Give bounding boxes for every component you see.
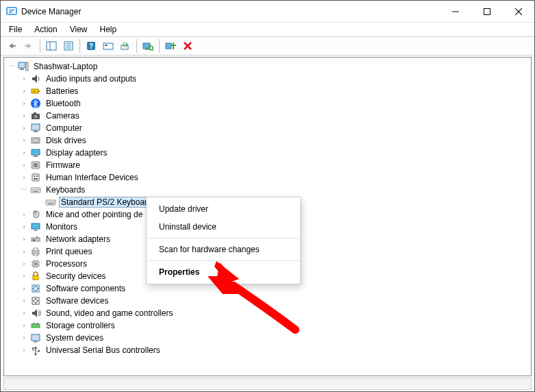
expander-right-icon[interactable]: ›: [19, 86, 29, 96]
context-uninstall-device[interactable]: Uninstall device: [147, 218, 300, 236]
svg-rect-76: [34, 248, 38, 251]
expander-right-icon[interactable]: ›: [19, 333, 29, 343]
tree-category[interactable]: ›Software devices: [4, 295, 531, 307]
tree-device-label: Standard PS/2 Keyboard: [59, 197, 154, 208]
tree-category[interactable]: ›Computer: [4, 122, 531, 134]
svg-rect-61: [38, 189, 40, 191]
tree-category[interactable]: ›Sound, video and game controllers: [4, 307, 531, 319]
svg-rect-29: [18, 62, 25, 68]
svg-rect-67: [53, 201, 55, 203]
tree-category-label: Computer: [44, 123, 84, 134]
tree-category[interactable]: ﹀Keyboards: [4, 184, 531, 196]
tree-category[interactable]: ›System devices: [4, 332, 531, 344]
category-icon: [30, 147, 41, 158]
expander-right-icon[interactable]: ›: [19, 271, 29, 281]
svg-rect-2: [9, 12, 12, 13]
svg-rect-44: [34, 156, 38, 157]
expander-right-icon[interactable]: ›: [19, 99, 29, 108]
category-icon: [30, 135, 41, 146]
tree-category[interactable]: ›Firmware: [4, 159, 531, 171]
svg-rect-74: [36, 236, 38, 238]
tree-category[interactable]: ›Display adapters: [4, 147, 531, 159]
expander-right-icon[interactable]: ›: [19, 136, 29, 145]
svg-rect-4: [484, 8, 490, 14]
scan-hardware-button[interactable]: [140, 38, 156, 53]
tree-category[interactable]: ›Cameras: [4, 110, 531, 122]
maximize-button[interactable]: [471, 1, 503, 22]
tree-category[interactable]: ›Universal Serial Bus controllers: [4, 344, 531, 356]
expander-right-icon[interactable]: ›: [19, 74, 29, 84]
svg-point-42: [35, 140, 36, 141]
svg-rect-37: [34, 112, 36, 114]
svg-rect-30: [26, 62, 28, 71]
tree-category[interactable]: ›Disk drives: [4, 134, 531, 147]
tree-category[interactable]: ›Storage controllers: [4, 319, 531, 332]
category-icon: [30, 283, 41, 294]
expander-right-icon[interactable]: ›: [19, 321, 29, 330]
delete-button[interactable]: [179, 38, 196, 53]
back-button[interactable]: [3, 38, 20, 53]
menu-action[interactable]: Action: [29, 23, 62, 36]
tree-category-label: Print queues: [44, 246, 94, 257]
update-driver-button[interactable]: [117, 38, 134, 53]
action-button[interactable]: [100, 38, 116, 53]
svg-rect-33: [38, 90, 40, 92]
svg-rect-72: [32, 238, 40, 241]
context-update-driver[interactable]: Update driver: [147, 200, 300, 218]
toolbar: ?: [1, 36, 534, 56]
svg-point-92: [34, 299, 38, 303]
category-icon: [30, 295, 41, 306]
tree-category[interactable]: ›Human Interface Devices: [4, 171, 531, 184]
svg-rect-1: [9, 10, 14, 11]
expander-down-icon[interactable]: ﹀: [7, 62, 16, 71]
tree-category-label: Display adapters: [44, 147, 109, 158]
category-icon: [30, 234, 41, 245]
menu-help[interactable]: Help: [95, 23, 123, 36]
expander-right-icon[interactable]: ›: [19, 148, 29, 158]
tree-category-label: Mice and other pointing de: [44, 209, 145, 220]
tree-category[interactable]: ›Audio inputs and outputs: [4, 73, 531, 85]
menu-view[interactable]: View: [64, 23, 93, 36]
expander-right-icon[interactable]: ›: [19, 259, 29, 269]
expander-right-icon[interactable]: ›: [19, 210, 29, 219]
svg-rect-39: [34, 131, 38, 132]
forward-button[interactable]: [21, 38, 37, 53]
expander-right-icon[interactable]: ›: [19, 296, 29, 306]
tree-category[interactable]: ›Bluetooth: [4, 97, 531, 110]
expander-right-icon[interactable]: ›: [19, 247, 29, 256]
tree-root[interactable]: ﹀ Shashwat-Laptop: [4, 60, 531, 73]
tree-category[interactable]: ›Batteries: [4, 85, 531, 97]
tree-category-label: Processors: [44, 258, 89, 269]
app-icon: [6, 6, 17, 17]
category-icon: [30, 332, 41, 343]
show-hide-tree-button[interactable]: [43, 38, 60, 53]
expander-right-icon[interactable]: ›: [19, 345, 29, 355]
category-icon: [30, 123, 41, 134]
svg-rect-56: [34, 178, 38, 180]
expander-right-icon[interactable]: ›: [19, 123, 29, 133]
expander-right-icon[interactable]: ›: [19, 234, 29, 244]
expander-right-icon[interactable]: ›: [19, 173, 29, 182]
svg-point-98: [35, 354, 37, 356]
expander-right-icon[interactable]: ›: [19, 160, 29, 170]
svg-rect-59: [34, 189, 36, 191]
svg-rect-88: [33, 275, 38, 280]
minimize-button[interactable]: [440, 1, 471, 22]
tree-category-label: Disk drives: [44, 135, 88, 146]
close-button[interactable]: [503, 1, 534, 22]
context-scan-hardware[interactable]: Scan for hardware changes: [147, 241, 300, 258]
expander-right-icon[interactable]: ›: [19, 222, 29, 232]
category-icon: [30, 345, 41, 356]
properties-button[interactable]: [60, 38, 77, 53]
help-button[interactable]: ?: [83, 38, 99, 53]
expander-right-icon[interactable]: ›: [19, 111, 29, 121]
svg-rect-8: [25, 45, 27, 47]
uninstall-button[interactable]: [162, 38, 179, 53]
expander-right-icon[interactable]: ›: [19, 284, 29, 293]
expander-right-icon[interactable]: ›: [19, 308, 29, 318]
context-properties[interactable]: Properties: [147, 263, 300, 281]
menu-file[interactable]: File: [3, 23, 27, 36]
category-icon: [30, 308, 41, 319]
expander-down-icon[interactable]: ﹀: [19, 185, 29, 195]
svg-rect-99: [32, 347, 34, 349]
